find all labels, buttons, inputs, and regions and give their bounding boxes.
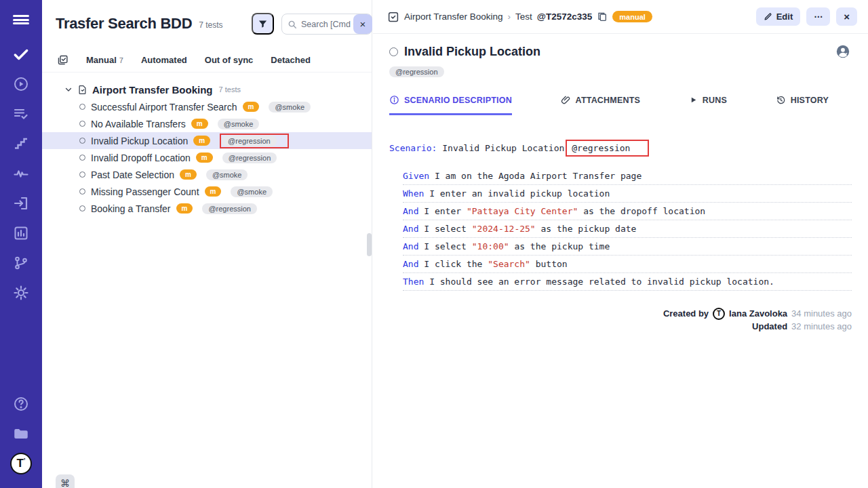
tag-pill[interactable]: @smoke: [269, 102, 311, 113]
assignee-button[interactable]: [835, 44, 850, 59]
tab-runs[interactable]: RUNS: [689, 95, 727, 115]
test-name: Past Date Selection: [91, 169, 174, 180]
test-row-selected[interactable]: Invalid Pickup Location m @regression: [42, 132, 372, 149]
keyboard-shortcut-hint[interactable]: ⌘: [56, 474, 75, 488]
search-icon: [288, 20, 297, 29]
author-name: Iana Zavoloka: [729, 308, 787, 319]
list-check-icon: [13, 106, 29, 122]
rail-item-branches[interactable]: [0, 248, 42, 278]
scenario-description: Scenario: Invalid Pickup Location@regres…: [389, 140, 852, 291]
test-status-icon: [389, 47, 398, 56]
rail-item-reports[interactable]: [0, 218, 42, 248]
chevron-down-icon: [64, 85, 73, 94]
manual-type-badge: manual: [612, 11, 652, 22]
scenario-title-line: Scenario: Invalid Pickup Location@regres…: [389, 140, 852, 157]
check-icon: [12, 45, 30, 63]
detail-actions: Edit ⋯ ×: [756, 7, 857, 26]
author-avatar[interactable]: T: [713, 308, 725, 320]
created-by-label: Created by: [663, 308, 709, 319]
tag-pill[interactable]: @smoke: [218, 119, 260, 129]
scenario-keyword: Scenario:: [389, 143, 437, 153]
tag-pill[interactable]: @smoke: [206, 169, 248, 180]
manual-badge: m: [205, 186, 222, 197]
info-icon: [389, 95, 399, 105]
gherkin-step: Then I should see an error message relat…: [403, 273, 852, 291]
scenario-steps: Given I am on the Agoda Airport Transfer…: [403, 167, 852, 291]
tab-manual[interactable]: Manual7: [86, 55, 123, 65]
test-name: Booking a Transfer: [91, 203, 171, 214]
gherkin-step: And I select "2024-12-25" as the pickup …: [403, 220, 852, 238]
test-status-icon: [79, 104, 85, 110]
close-icon: ×: [844, 11, 850, 22]
tab-automated[interactable]: Automated: [141, 55, 187, 65]
tab-scenario-description[interactable]: SCENARIO DESCRIPTION: [389, 95, 512, 115]
funnel-icon: [258, 19, 268, 29]
tag-pill[interactable]: @regression: [222, 152, 277, 163]
detail-tabs: SCENARIO DESCRIPTION ATTACHMENTS RUNS HI…: [389, 95, 829, 115]
test-title-row: Invalid Pickup Location: [389, 44, 852, 59]
rail-item-tests[interactable]: [0, 39, 42, 69]
breadcrumb-test-label: Test: [515, 12, 532, 22]
play-circle-icon: [13, 76, 29, 92]
test-tags: @regression: [389, 65, 852, 77]
help-icon: [13, 396, 29, 412]
manual-badge: m: [180, 169, 197, 180]
test-row[interactable]: Invalid Dropoff Location m @regression: [42, 149, 372, 166]
gear-icon: [13, 285, 29, 301]
checkbox-check-icon: [387, 11, 399, 23]
rail-item-import[interactable]: [0, 188, 42, 218]
tab-attachments[interactable]: ATTACHMENTS: [561, 95, 640, 115]
pencil-icon: [764, 12, 772, 21]
feature-tests-count: 7 tests: [219, 85, 241, 94]
manual-badge: m: [191, 119, 208, 129]
test-row[interactable]: Missing Passenger Count m @smoke: [42, 183, 372, 200]
close-detail-button[interactable]: ×: [836, 7, 857, 26]
panel-resize-handle[interactable]: [367, 233, 372, 256]
menu-button[interactable]: [0, 0, 42, 39]
rail-item-steps[interactable]: [0, 129, 42, 159]
rail-item-runs[interactable]: [0, 69, 42, 99]
panel-close-button[interactable]: ×: [353, 14, 372, 34]
gherkin-step: And I click the "Search" button: [403, 256, 852, 273]
feature-row[interactable]: Airport Transfer Booking 7 tests: [42, 81, 372, 98]
rail-item-help[interactable]: [0, 389, 42, 419]
edit-button[interactable]: Edit: [756, 7, 801, 26]
test-list-panel: Trasfer Search BDD 7 tests × Manual7 Aut…: [42, 0, 372, 488]
multi-select-icon[interactable]: [57, 54, 68, 66]
bar-chart-icon: [13, 225, 29, 241]
command-icon: ⌘: [60, 478, 70, 488]
tab-out-of-sync[interactable]: Out of sync: [205, 55, 254, 65]
test-row[interactable]: No Available Transfers m @smoke: [42, 115, 372, 132]
updated-label: Updated: [752, 321, 787, 331]
tag-pill[interactable]: @regression: [389, 66, 444, 77]
tab-history[interactable]: HISTORY: [776, 95, 829, 115]
test-status-icon: [79, 188, 85, 195]
gherkin-step: And I select "10:00" as the pickup time: [403, 238, 852, 256]
created-ago: 34 minutes ago: [791, 308, 852, 319]
sign-in-icon: [13, 195, 29, 211]
breadcrumb-feature[interactable]: Airport Transfer Booking: [404, 12, 503, 22]
test-status-icon: [79, 205, 85, 211]
filter-button[interactable]: [252, 13, 274, 35]
test-row[interactable]: Successful Airport Transfer Search m @sm…: [42, 98, 372, 115]
tag-pill[interactable]: @smoke: [231, 186, 273, 197]
rail-item-plans[interactable]: [0, 99, 42, 129]
tag-pill[interactable]: @regression: [202, 203, 257, 214]
copy-icon[interactable]: [597, 12, 608, 22]
testomat-logo: Tʼ: [10, 453, 32, 474]
test-status-icon: [79, 121, 85, 127]
test-filter-tabs: Manual7 Automated Out of sync Detached: [42, 47, 372, 73]
breadcrumb-separator: ›: [508, 12, 511, 22]
test-tree: Airport Transfer Booking 7 tests Success…: [42, 73, 372, 217]
rail-item-settings[interactable]: [0, 278, 42, 308]
tab-detached[interactable]: Detached: [271, 55, 311, 65]
more-button[interactable]: ⋯: [806, 7, 830, 26]
hamburger-icon: [13, 14, 29, 26]
tag-pill[interactable]: @regression: [222, 136, 277, 146]
rail-item-projects[interactable]: [0, 419, 42, 449]
rail-item-account[interactable]: Tʼ: [0, 449, 42, 479]
test-row[interactable]: Booking a Transfer m @regression: [42, 200, 372, 217]
test-row[interactable]: Past Date Selection m @smoke: [42, 166, 372, 183]
test-id: @T2572c335: [537, 12, 592, 22]
rail-item-analytics[interactable]: [0, 159, 42, 188]
